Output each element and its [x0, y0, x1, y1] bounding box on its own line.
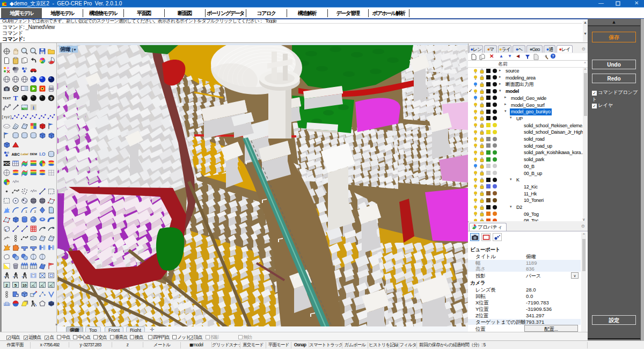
svg-text:2: 2: [34, 210, 36, 213]
svg-text:Label: Label: [21, 152, 29, 156]
svg-text:PDC: PDC: [3, 162, 11, 165]
svg-text:TEXT: TEXT: [3, 97, 11, 100]
svg-text:ABC: ABC: [12, 152, 20, 156]
svg-text:i: i: [33, 105, 34, 111]
svg-text:360: 360: [13, 88, 18, 90]
svg-text:½: ½: [41, 285, 43, 288]
svg-text:½: ½: [50, 285, 53, 288]
svg-text:?: ?: [50, 96, 53, 101]
svg-text:5: 5: [14, 283, 17, 288]
svg-text:10: 10: [23, 283, 27, 287]
svg-text:[xyz]: [xyz]: [2, 115, 12, 119]
svg-text:T: T: [13, 94, 18, 102]
svg-text:DEM: DEM: [30, 152, 37, 156]
svg-text:2: 2: [5, 283, 8, 288]
svg-text:I.O: I.O: [39, 151, 46, 157]
svg-text:½: ½: [32, 285, 35, 288]
svg-text:1: 1: [25, 210, 27, 213]
svg-text:2: 2: [8, 226, 9, 229]
